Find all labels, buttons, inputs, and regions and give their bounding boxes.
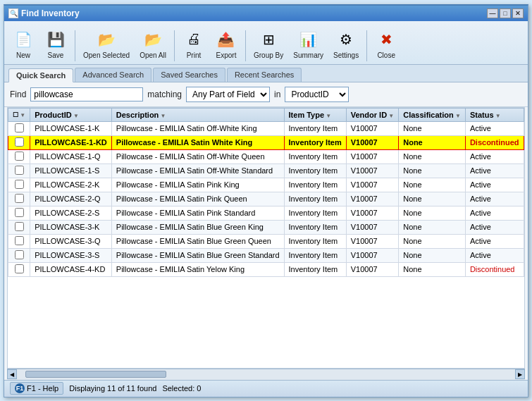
summary-icon: 📊 [297, 28, 320, 51]
row-checkbox[interactable] [8, 135, 30, 149]
row-description: Pillowcase - EMILIA Satin Blue Green Sta… [111, 248, 284, 262]
col-checkbox[interactable]: ☐ [8, 108, 30, 121]
row-category: Bedroom [524, 206, 525, 220]
search-input[interactable] [30, 87, 143, 101]
print-button[interactable]: 🖨 Print [179, 26, 209, 61]
col-vendor-id[interactable]: Vendor ID [346, 108, 398, 121]
settings-button[interactable]: ⚙ Settings [330, 26, 362, 61]
row-description: Pillowcase - EMILIA Satin Pink King [111, 178, 284, 192]
row-category: Bedroom [524, 149, 525, 164]
row-description: Pillowcase - EMILIA Satin Blue Green Que… [111, 234, 284, 248]
row-vendor-id: V10007 [346, 121, 398, 135]
row-checkbox[interactable] [8, 248, 30, 262]
group-by-icon: ⊞ [257, 28, 280, 51]
export-label: Export [216, 51, 237, 59]
settings-label: Settings [333, 51, 359, 59]
new-button[interactable]: 📄 New [8, 26, 38, 61]
row-description: Pillowcase - EMILIA Satin Off-White Quee… [111, 149, 284, 164]
col-classification[interactable]: Classification [399, 108, 466, 121]
row-checkbox[interactable] [8, 262, 30, 276]
summary-button[interactable]: 📊 Summary [290, 26, 327, 61]
settings-icon: ⚙ [335, 28, 357, 51]
close-button[interactable]: ✖ Close [371, 26, 401, 61]
row-checkbox[interactable] [8, 234, 30, 248]
toolbar-separator-4 [366, 30, 367, 61]
export-button[interactable]: 📤 Export [211, 26, 241, 61]
col-status[interactable]: Status [465, 108, 524, 121]
row-status: Active [465, 121, 524, 135]
table-row[interactable]: PILLOWCASE-2-K Pillowcase - EMILIA Satin… [8, 178, 526, 192]
col-item-type[interactable]: Item Type [284, 108, 346, 121]
row-item-type: Inventory Item [284, 206, 346, 220]
table-row[interactable]: PILLOWCASE-3-K Pillowcase - EMILIA Satin… [8, 220, 526, 234]
col-description[interactable]: Description [111, 108, 284, 121]
row-classification: None [399, 220, 466, 234]
row-product-id: PILLOWCASE-3-S [30, 248, 112, 262]
open-selected-button[interactable]: 📂 Open Selected [80, 26, 133, 61]
table-row[interactable]: PILLOWCASE-2-Q Pillowcase - EMILIA Satin… [8, 192, 526, 206]
row-product-id: PILLOWCASE-1-Q [30, 149, 112, 164]
summary-label: Summary [293, 51, 323, 59]
row-item-type: Inventory Item [284, 248, 346, 262]
row-status: Active [465, 220, 524, 234]
row-checkbox[interactable] [8, 206, 30, 220]
in-select[interactable]: ProductID Description Item Type [285, 87, 349, 102]
row-category: Bedroom [524, 178, 525, 192]
save-button[interactable]: 💾 Save [41, 26, 70, 61]
minimize-button[interactable]: — [487, 8, 498, 18]
row-checkbox[interactable] [8, 192, 30, 206]
row-classification: None [399, 149, 466, 164]
table-row[interactable]: PILLOWCASE-1-Q Pillowcase - EMILIA Satin… [8, 149, 526, 164]
table-row[interactable]: PILLOWCASE-2-S Pillowcase - EMILIA Satin… [8, 206, 526, 220]
table-row[interactable]: PILLOWCASE-1-S Pillowcase - EMILIA Satin… [8, 164, 526, 178]
row-description: Pillowcase - EMILIA Satin Off-White Stan… [111, 164, 284, 178]
row-description: Pillowcase - EMILIA Satin White King [111, 135, 284, 149]
table-row[interactable]: PILLOWCASE-3-Q Pillowcase - EMILIA Satin… [8, 234, 526, 248]
table-row[interactable]: PILLOWCASE-1-K Pillowcase - EMILIA Satin… [8, 121, 526, 135]
group-by-button[interactable]: ⊞ Group By [250, 26, 287, 61]
scroll-right-button[interactable]: ▶ [515, 369, 525, 379]
table-row[interactable]: PILLOWCASE-4-KD Pillowcase - EMILIA Sati… [8, 262, 526, 276]
app-icon: 🔍 [8, 8, 18, 18]
table-row[interactable]: PILLOWCASE-3-S Pillowcase - EMILIA Satin… [8, 248, 526, 262]
row-checkbox[interactable] [8, 149, 30, 164]
display-text: Displaying 11 of 11 found [69, 384, 156, 393]
row-description: Pillowcase - EMILIA Satin Yelow King [111, 262, 284, 276]
selected-text: Selected: 0 [162, 384, 201, 393]
col-product-id[interactable]: ProductID [30, 108, 112, 121]
table-row[interactable]: PILLOWCASE-1-KD Pillowcase - EMILIA Sati… [8, 135, 526, 149]
save-icon: 💾 [44, 28, 67, 51]
tab-quick-search[interactable]: Quick Search [8, 68, 73, 82]
row-item-type: Inventory Item [284, 220, 346, 234]
col-category[interactable]: Category [524, 108, 525, 121]
help-button[interactable]: F1 F1 - Help [10, 382, 63, 395]
row-status: Active [465, 178, 524, 192]
open-all-icon: 📂 [142, 28, 164, 51]
row-status: Active [465, 192, 524, 206]
group-by-label: Group By [254, 51, 283, 59]
row-checkbox[interactable] [8, 164, 30, 178]
tab-advanced-search[interactable]: Advanced Search [75, 68, 151, 82]
row-product-id: PILLOWCASE-2-Q [30, 192, 112, 206]
row-checkbox[interactable] [8, 178, 30, 192]
row-checkbox[interactable] [8, 121, 30, 135]
tab-saved-searches[interactable]: Saved Searches [153, 68, 225, 82]
matching-select[interactable]: Any Part of Field Starts With Exact Matc… [186, 87, 270, 102]
open-all-button[interactable]: 📂 Open All [136, 26, 170, 61]
row-checkbox[interactable] [8, 220, 30, 234]
row-vendor-id: V10007 [346, 192, 398, 206]
maximize-button[interactable]: □ [500, 8, 511, 18]
tab-recent-searches[interactable]: Recent Searches [227, 68, 302, 82]
horizontal-scrollbar[interactable]: ◀ ▶ [7, 369, 525, 380]
scroll-thumb[interactable] [25, 371, 166, 378]
row-vendor-id: V10007 [346, 206, 398, 220]
scroll-left-button[interactable]: ◀ [7, 369, 17, 379]
toolbar: 📄 New 💾 Save 📂 Open Selected 📂 Open All … [4, 21, 528, 65]
row-category: Bedroom [524, 262, 525, 276]
row-item-type: Inventory Item [284, 178, 346, 192]
row-category: Bedroom [524, 192, 525, 206]
row-vendor-id: V10007 [346, 178, 398, 192]
row-classification: None [399, 206, 466, 220]
close-window-button[interactable]: ✕ [512, 8, 524, 18]
row-vendor-id: V10007 [346, 262, 398, 276]
